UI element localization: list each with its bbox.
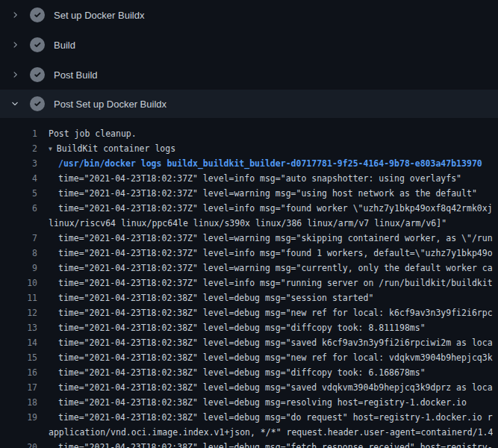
log-text: application/vnd.oci.image.index.v1+json,… xyxy=(49,425,493,440)
log-line: 11 time="2021-04-23T18:02:38Z" level=deb… xyxy=(0,290,498,305)
log-line-number[interactable]: 16 xyxy=(0,365,37,380)
log-text: time="2021-04-23T18:02:38Z" level=debug … xyxy=(49,350,493,365)
step-label: Set up Docker Buildx xyxy=(54,10,144,21)
log-text: time="2021-04-23T18:02:38Z" level=debug … xyxy=(49,380,493,395)
step-header-post-build[interactable]: Post Build xyxy=(0,60,498,90)
log-text: time="2021-04-23T18:02:37Z" level=warnin… xyxy=(49,186,477,201)
log-line: 16 time="2021-04-23T18:02:38Z" level=deb… xyxy=(0,365,498,380)
log-line-number[interactable]: 1 xyxy=(0,126,37,141)
log-text: ▼BuildKit container logs xyxy=(49,141,175,157)
step-label: Build xyxy=(54,40,75,51)
log-text: time="2021-04-23T18:02:38Z" level=debug … xyxy=(49,365,426,380)
check-circle-icon xyxy=(30,96,45,111)
step-header-build[interactable]: Build xyxy=(0,30,498,60)
log-group-label[interactable]: BuildKit container logs xyxy=(57,143,175,154)
log-line-number[interactable]: 11 xyxy=(0,290,37,305)
log-line: 19 time="2021-04-23T18:02:38Z" level=deb… xyxy=(0,410,498,425)
chevron-right-icon xyxy=(9,9,21,21)
log-line-number[interactable]: 19 xyxy=(0,410,37,425)
log-line: 7 time="2021-04-23T18:02:37Z" level=warn… xyxy=(0,231,498,246)
log-line: 6 time="2021-04-23T18:02:37Z" level=info… xyxy=(0,201,498,216)
chevron-right-icon xyxy=(9,69,21,81)
log-line-number[interactable]: 3 xyxy=(0,156,37,171)
log-text: time="2021-04-23T18:02:38Z" level=debug … xyxy=(49,335,493,350)
log-line: 5 time="2021-04-23T18:02:37Z" level=warn… xyxy=(0,186,498,201)
log-line-number[interactable]: 10 xyxy=(0,276,37,290)
log-text: /usr/bin/docker logs buildx_buildkit_bui… xyxy=(49,156,482,171)
log-text: time="2021-04-23T18:02:38Z" level=debug … xyxy=(49,290,373,305)
log-line: linux/riscv64 linux/ppc64le linux/s390x … xyxy=(0,216,498,231)
chevron-right-icon xyxy=(9,39,21,51)
log-line-number[interactable]: 5 xyxy=(0,186,37,201)
log-line: 2 ▼BuildKit container logs xyxy=(0,141,498,156)
step-header-set-up-docker-buildx[interactable]: Set up Docker Buildx xyxy=(0,0,498,30)
log-line-number[interactable]: 13 xyxy=(0,320,37,335)
log-text: time="2021-04-23T18:02:38Z" level=debug … xyxy=(49,440,493,448)
log-text: time="2021-04-23T18:02:37Z" level=info m… xyxy=(49,246,493,261)
log-text: time="2021-04-23T18:02:38Z" level=debug … xyxy=(49,395,467,410)
check-circle-icon xyxy=(30,7,45,22)
log-line: 12 time="2021-04-23T18:02:38Z" level=deb… xyxy=(0,305,498,320)
log-line: 13 time="2021-04-23T18:02:38Z" level=deb… xyxy=(0,320,498,335)
log-line-number[interactable]: 18 xyxy=(0,395,37,410)
check-circle-icon xyxy=(30,67,45,82)
step-label: Post Build xyxy=(54,69,98,81)
step-label: Post Set up Docker Buildx xyxy=(54,99,166,110)
log-line: 3 /usr/bin/docker logs buildx_buildkit_b… xyxy=(0,156,498,171)
log-text: time="2021-04-23T18:02:37Z" level=warnin… xyxy=(49,231,493,246)
log-text: time="2021-04-23T18:02:38Z" level=debug … xyxy=(49,410,493,425)
log-text: time="2021-04-23T18:02:38Z" level=debug … xyxy=(49,320,426,335)
log-line-number[interactable]: 9 xyxy=(0,261,37,276)
group-collapse-icon[interactable]: ▼ xyxy=(49,142,52,157)
check-circle-icon xyxy=(30,37,45,52)
log-line: 18 time="2021-04-23T18:02:38Z" level=deb… xyxy=(0,395,498,410)
log-line-number[interactable]: 20 xyxy=(0,440,37,448)
log-line-number[interactable]: 12 xyxy=(0,305,37,320)
log-line-number[interactable]: 15 xyxy=(0,350,37,365)
log-text: time="2021-04-23T18:02:37Z" level=warnin… xyxy=(49,261,493,276)
log-line: 14 time="2021-04-23T18:02:38Z" level=deb… xyxy=(0,335,498,350)
log-line-number[interactable]: 6 xyxy=(0,201,37,216)
log-text: time="2021-04-23T18:02:37Z" level=info m… xyxy=(49,201,493,216)
chevron-down-icon xyxy=(9,98,21,110)
log-line: application/vnd.oci.image.index.v1+json,… xyxy=(0,425,498,440)
log-line: 15 time="2021-04-23T18:02:38Z" level=deb… xyxy=(0,350,498,365)
log-line: 17 time="2021-04-23T18:02:38Z" level=deb… xyxy=(0,380,498,395)
log-text: time="2021-04-23T18:02:38Z" level=debug … xyxy=(49,305,493,320)
workflow-steps-list: Set up Docker Buildx Build xyxy=(0,0,498,118)
log-line: 9 time="2021-04-23T18:02:37Z" level=warn… xyxy=(0,261,498,276)
log-text: time="2021-04-23T18:02:37Z" level=info m… xyxy=(49,276,493,290)
step-header-post-set-up-docker-buildx[interactable]: Post Set up Docker Buildx xyxy=(0,90,498,118)
log-line-number[interactable]: 8 xyxy=(0,246,37,261)
log-text: Post job cleanup. xyxy=(49,126,137,141)
log-line: 8 time="2021-04-23T18:02:37Z" level=info… xyxy=(0,246,498,261)
log-line-number[interactable]: 2 xyxy=(0,141,37,156)
log-line-number[interactable]: 17 xyxy=(0,380,37,395)
log-viewer: 1 Post job cleanup. 2 ▼BuildKit containe… xyxy=(0,118,498,448)
log-line: 20 time="2021-04-23T18:02:38Z" level=deb… xyxy=(0,440,498,448)
log-text: linux/riscv64 linux/ppc64le linux/s390x … xyxy=(49,216,446,231)
log-line-number[interactable]: 7 xyxy=(0,231,37,246)
log-line-number[interactable]: 4 xyxy=(0,171,37,186)
log-line: 4 time="2021-04-23T18:02:37Z" level=info… xyxy=(0,171,498,186)
log-line-number[interactable]: 14 xyxy=(0,335,37,350)
log-text: time="2021-04-23T18:02:37Z" level=info m… xyxy=(49,171,461,186)
log-line: 10 time="2021-04-23T18:02:37Z" level=inf… xyxy=(0,276,498,290)
log-line: 1 Post job cleanup. xyxy=(0,126,498,141)
